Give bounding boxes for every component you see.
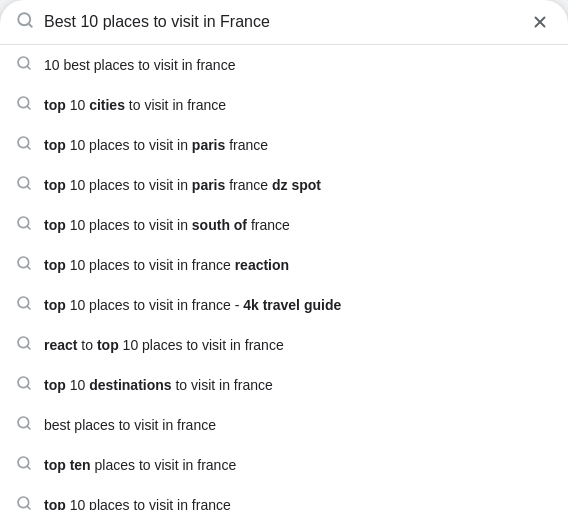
search-container: 10 best places to visit in francetop 10 … [0, 0, 568, 510]
suggestion-search-icon [16, 495, 32, 510]
svg-line-27 [27, 506, 30, 509]
svg-line-25 [27, 466, 30, 469]
suggestion-text: best places to visit in france [44, 417, 216, 433]
suggestion-item[interactable]: top 10 places to visit in france - 4k tr… [0, 285, 568, 325]
search-input[interactable] [44, 13, 518, 31]
suggestion-item[interactable]: 10 best places to visit in france [0, 45, 568, 85]
suggestion-item[interactable]: top 10 destinations to visit in france [0, 365, 568, 405]
suggestion-search-icon [16, 295, 32, 315]
svg-line-19 [27, 346, 30, 349]
suggestion-text: top 10 places to visit in paris france [44, 137, 268, 153]
suggestion-text: 10 best places to visit in france [44, 57, 235, 73]
suggestion-search-icon [16, 455, 32, 475]
svg-line-9 [27, 146, 30, 149]
suggestion-search-icon [16, 335, 32, 355]
svg-line-5 [27, 66, 30, 69]
svg-line-1 [28, 23, 31, 26]
suggestion-search-icon [16, 215, 32, 235]
suggestion-text: top 10 places to visit in france [44, 497, 231, 510]
svg-line-7 [27, 106, 30, 109]
suggestion-search-icon [16, 255, 32, 275]
suggestion-search-icon [16, 95, 32, 115]
suggestion-item[interactable]: top ten places to visit in france [0, 445, 568, 485]
suggestion-search-icon [16, 55, 32, 75]
suggestion-search-icon [16, 415, 32, 435]
search-bar [0, 0, 568, 45]
svg-line-21 [27, 386, 30, 389]
suggestion-text: top 10 places to visit in paris france d… [44, 177, 321, 193]
suggestion-text: top 10 cities to visit in france [44, 97, 226, 113]
suggestion-search-icon [16, 175, 32, 195]
svg-line-15 [27, 266, 30, 269]
search-icon [16, 11, 34, 34]
svg-line-13 [27, 226, 30, 229]
suggestion-text: top 10 places to visit in south of franc… [44, 217, 290, 233]
suggestion-search-icon [16, 375, 32, 395]
suggestion-item[interactable]: top 10 places to visit in paris france [0, 125, 568, 165]
suggestion-text: react to top 10 places to visit in franc… [44, 337, 284, 353]
suggestion-text: top ten places to visit in france [44, 457, 236, 473]
suggestion-item[interactable]: top 10 places to visit in south of franc… [0, 205, 568, 245]
svg-line-11 [27, 186, 30, 189]
suggestion-item[interactable]: top 10 places to visit in france [0, 485, 568, 510]
clear-icon[interactable] [528, 10, 552, 34]
suggestions-list: 10 best places to visit in francetop 10 … [0, 45, 568, 510]
suggestion-search-icon [16, 135, 32, 155]
suggestion-item[interactable]: best places to visit in france [0, 405, 568, 445]
suggestion-text: top 10 destinations to visit in france [44, 377, 273, 393]
suggestion-item[interactable]: top 10 places to visit in paris france d… [0, 165, 568, 205]
svg-line-17 [27, 306, 30, 309]
svg-line-23 [27, 426, 30, 429]
suggestion-item[interactable]: top 10 places to visit in france reactio… [0, 245, 568, 285]
suggestion-item[interactable]: top 10 cities to visit in france [0, 85, 568, 125]
suggestion-text: top 10 places to visit in france reactio… [44, 257, 289, 273]
suggestion-item[interactable]: react to top 10 places to visit in franc… [0, 325, 568, 365]
suggestion-text: top 10 places to visit in france - 4k tr… [44, 297, 341, 313]
